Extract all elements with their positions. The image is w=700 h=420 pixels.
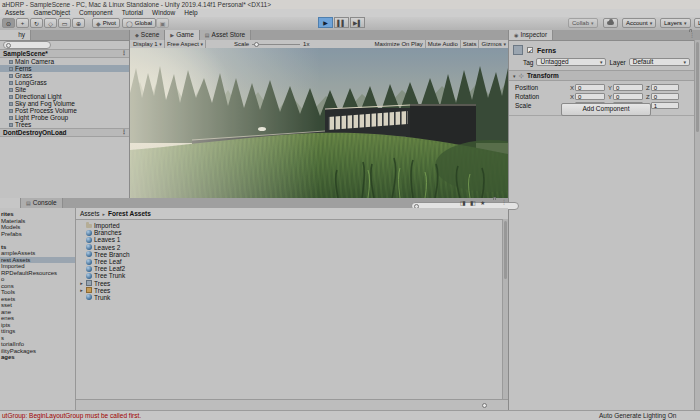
layers-dropdown[interactable]: Layers ▾ [660,18,691,28]
tab-asset-store[interactable]: ▤ Asset Store [200,30,251,40]
console-error-message[interactable]: utGroup: BeginLayoutGroup must be called… [2,411,141,420]
save-search-icon[interactable]: ★ [480,199,485,206]
hierarchy-item[interactable]: Sky and Fog Volume [0,100,129,107]
step-button[interactable]: ▶▌ [350,17,365,28]
asset-row[interactable]: Leaves 2 [76,244,508,251]
tab-hierarchy[interactable]: hy [0,30,31,40]
tag-dropdown[interactable]: Untagged▾ [536,58,606,66]
hierarchy-item-selected[interactable]: Ferns [0,65,129,72]
expand-arrow-icon[interactable]: ▸ [79,280,84,286]
asset-row[interactable]: Imported [76,222,508,229]
menu-tutorial[interactable]: Tutorial [122,9,143,17]
kebab-menu-icon[interactable]: ⋮ [121,129,129,136]
global-toggle[interactable]: ◯ Global [122,18,156,28]
rect-tool-icon[interactable]: ▭ [58,18,71,28]
gameobject-icon [9,116,13,120]
search-by-label-icon[interactable]: ◧ [470,199,476,206]
move-tool-icon[interactable]: + [16,18,29,28]
tab-console[interactable]: ▤ Console [21,198,63,208]
foldout-arrow-icon[interactable]: ▾ [513,73,516,79]
tab-inspector[interactable]: ◉ Inspector [509,30,553,40]
kebab-menu-icon[interactable]: ⋮ [121,50,129,57]
transform-tool-icon[interactable]: ⊕ [72,18,85,28]
menu-assets[interactable]: Assets [5,9,25,17]
scale-z-field[interactable]: 1 [651,102,679,109]
hierarchy-item-label: Site [15,86,26,93]
asset-row[interactable]: ▸ Trees [76,287,508,294]
asset-row[interactable]: Tree Trunk [76,272,508,279]
asset-row[interactable]: Trunk [76,294,508,301]
scale-slider[interactable] [252,44,300,45]
maximize-on-play-button[interactable]: Maximize On Play [374,41,422,47]
asset-row[interactable]: Tree Branch [76,251,508,258]
active-checkbox[interactable]: ✓ [527,47,533,53]
transform-component-header[interactable]: ▾ ⊹ Transform [509,70,700,81]
hierarchy-item[interactable]: Grass [0,72,129,79]
gameobject-icon [9,81,13,85]
play-button[interactable]: ▶ [318,17,333,28]
scene-header[interactable]: SampleScene* ⋮ [0,49,129,58]
asset-row[interactable]: Tree Leaf2 [76,265,508,272]
position-y-field[interactable]: 0 [613,84,643,91]
dont-destroy-header[interactable]: DontDestroyOnLoad ⋮ [0,128,129,137]
account-dropdown[interactable]: Account ▾ [622,18,656,28]
hierarchy-item[interactable]: Main Camera [0,58,129,65]
hierarchy-item[interactable]: Trees [0,121,129,128]
pause-button[interactable]: ▌▌ [334,17,349,28]
hierarchy-search-input[interactable] [3,41,51,49]
search-by-type-icon[interactable]: ◨ [460,199,466,206]
menu-help[interactable]: Help [184,9,197,17]
custom-tool-icon[interactable]: ▣ [156,18,169,28]
hierarchy-item[interactable]: Site [0,86,129,93]
stats-button[interactable]: Stats [463,41,477,47]
icon-size-slider-knob[interactable] [482,403,487,408]
asset-label: Leaves 2 [94,244,120,251]
inspector-scrollbar[interactable] [694,40,700,410]
asset-row[interactable]: Tree Leaf [76,258,508,265]
gizmos-dropdown[interactable]: Gizmos ▾ [481,41,508,47]
tab-project[interactable] [0,198,21,208]
auto-generate-lighting-toggle[interactable]: Auto Generate Lighting On [599,411,676,420]
asset-row[interactable]: Leaves 1 [76,236,508,243]
menu-gameobject[interactable]: GameObject [34,9,71,17]
chevron-down-icon: ▾ [201,41,204,47]
breadcrumb-current[interactable]: Forest Assets [108,210,151,217]
scale-tool-icon[interactable]: ◇ [44,18,57,28]
display-dropdown[interactable]: Display 1 ▾ [130,41,162,47]
asset-label: Trees [94,287,110,294]
project-scrollbar[interactable] [502,219,508,400]
position-z-field[interactable]: 0 [651,84,679,91]
hierarchy-item[interactable]: Directional Light [0,93,129,100]
add-component-button[interactable]: Add Component [561,103,651,116]
tab-scene[interactable]: ◆ Scene [130,30,165,40]
asset-row[interactable]: ▸ Trees [76,280,508,287]
asset-store-icon: ▤ [205,30,210,40]
kebab-menu-icon[interactable]: ⋮ [689,31,697,38]
breadcrumb-assets[interactable]: Assets [80,210,100,217]
tab-game[interactable]: ▶ Game [165,30,200,40]
aspect-dropdown[interactable]: Free Aspect ▾ [167,41,203,47]
layer-dropdown[interactable]: Default▾ [629,58,690,66]
hierarchy-item[interactable]: Post Process Volume [0,107,129,114]
collab-button[interactable]: Collab ▾ [568,18,598,28]
kebab-menu-icon[interactable]: ⋮ [501,198,509,205]
menu-component[interactable]: Component [79,9,113,17]
mute-audio-button[interactable]: Mute Audio [428,41,458,47]
rotate-tool-icon[interactable]: ↻ [30,18,43,28]
folder-row[interactable]: ages [0,354,75,361]
scale-slider-knob[interactable] [254,42,259,47]
hierarchy-item[interactable]: LongGrass [0,79,129,86]
position-x-field[interactable]: 0 [575,84,605,91]
hand-tool-icon[interactable]: ⊙ [2,18,15,28]
asset-row[interactable]: Branches [76,229,508,236]
menu-window[interactable]: Window [152,9,175,17]
rotation-y-field[interactable]: 0 [613,93,643,100]
object-name[interactable]: Ferns [537,47,556,54]
layout-dropdown[interactable]: Layout [694,18,700,28]
rotation-x-field[interactable]: 0 [575,93,605,100]
pivot-toggle[interactable]: ◆ Pivot [92,18,120,28]
expand-arrow-icon[interactable]: ▸ [79,287,84,293]
cloud-button[interactable] [603,18,618,28]
hierarchy-item[interactable]: Light Probe Group [0,114,129,121]
rotation-z-field[interactable]: 0 [651,93,679,100]
